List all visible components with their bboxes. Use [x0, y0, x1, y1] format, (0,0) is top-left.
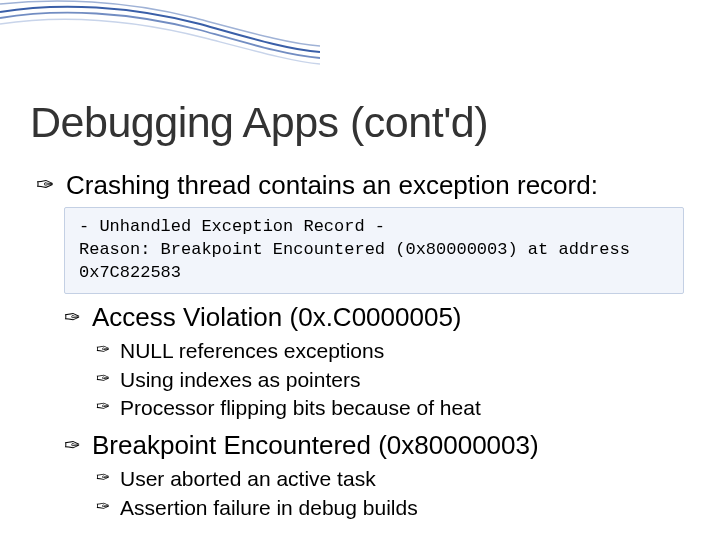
bullet-text: Access Violation (0x.C0000005)	[92, 302, 462, 333]
bullet-icon: ✑	[64, 302, 92, 327]
code-block: - Unhandled Exception Record - Reason: B…	[64, 207, 684, 294]
bullet-text: Processor flipping bits because of heat	[120, 394, 481, 422]
slide-title: Debugging Apps (cont'd)	[30, 98, 488, 147]
slide: Debugging Apps (cont'd) ✑ Crashing threa…	[0, 0, 720, 540]
bullet-text: Assertion failure in debug builds	[120, 494, 418, 522]
bullet-text: User aborted an active task	[120, 465, 376, 493]
slide-body: ✑ Crashing thread contains an exception …	[36, 170, 686, 522]
bullet-icon: ✑	[96, 494, 120, 515]
bullet-icon: ✑	[36, 170, 66, 196]
bullet-item: ✑ Processor flipping bits because of hea…	[96, 394, 686, 422]
bullet-item: ✑ Access Violation (0x.C0000005)	[64, 302, 686, 333]
bullet-text: Breakpoint Encountered (0x80000003)	[92, 430, 539, 461]
bullet-text: Using indexes as pointers	[120, 366, 360, 394]
decorative-lines	[0, 0, 320, 70]
bullet-icon: ✑	[96, 394, 120, 415]
bullet-text: NULL references exceptions	[120, 337, 384, 365]
bullet-item: ✑ Crashing thread contains an exception …	[36, 170, 686, 201]
bullet-item: ✑ NULL references exceptions	[96, 337, 686, 365]
bullet-icon: ✑	[64, 430, 92, 455]
bullet-text: Crashing thread contains an exception re…	[66, 170, 598, 201]
bullet-item: ✑ Breakpoint Encountered (0x80000003)	[64, 430, 686, 461]
bullet-icon: ✑	[96, 465, 120, 486]
bullet-icon: ✑	[96, 337, 120, 358]
bullet-item: ✑ Assertion failure in debug builds	[96, 494, 686, 522]
bullet-icon: ✑	[96, 366, 120, 387]
bullet-item: ✑ User aborted an active task	[96, 465, 686, 493]
bullet-item: ✑ Using indexes as pointers	[96, 366, 686, 394]
